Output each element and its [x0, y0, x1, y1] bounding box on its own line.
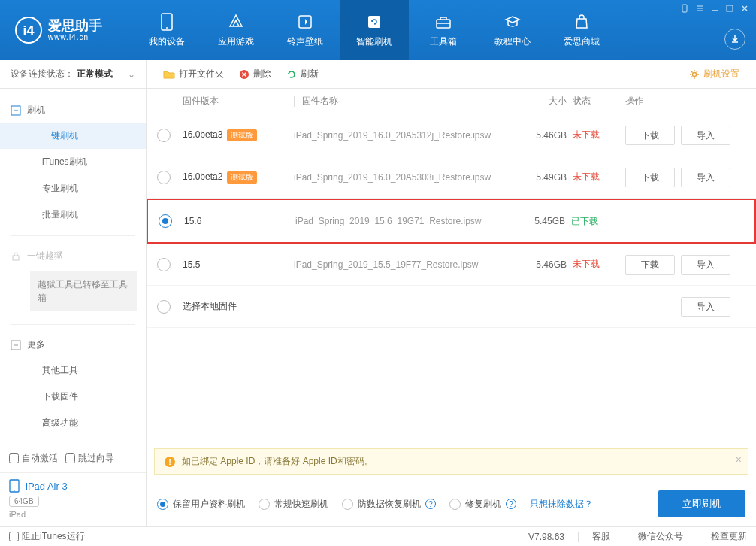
row-radio[interactable] [157, 129, 171, 142]
firmware-name: iPad_Spring_2019_16.0_20A5303i_Restore.i… [294, 172, 517, 183]
nav-store[interactable]: 爱思商城 [547, 0, 616, 60]
sidebar-item-advanced[interactable]: 高级功能 [0, 410, 146, 436]
import-button[interactable]: 导入 [681, 255, 730, 275]
logo[interactable]: i4 爱思助手 www.i4.cn [0, 17, 117, 44]
import-button[interactable]: 导入 [681, 297, 730, 317]
delete-button[interactable]: 删除 [233, 65, 277, 83]
svg-text:i4: i4 [23, 23, 34, 38]
sidebar-group-flash[interactable]: 刷机 [0, 98, 146, 123]
customer-service-link[interactable]: 客服 [592, 530, 610, 543]
version-text: 16.0beta2 [183, 171, 222, 182]
main-panel: 打开文件夹 删除 刷新 刷机设置 固件版本 固件名称 大小 状态 操作 16.0… [147, 60, 756, 526]
sidebar-item-pro[interactable]: 专业刷机 [0, 175, 146, 202]
app-header: i4 爱思助手 www.i4.cn 我的设备 应用游戏 铃声壁纸 智能刷机 工具… [0, 0, 756, 60]
opt-keep-data[interactable]: 保留用户资料刷机 [157, 498, 245, 511]
import-button[interactable]: 导入 [681, 168, 730, 187]
version-label: V7.98.63 [528, 532, 564, 542]
table-header: 固件版本 固件名称 大小 状态 操作 [147, 89, 756, 114]
svg-point-26 [693, 72, 697, 76]
minimize-button[interactable] [708, 3, 721, 14]
local-firmware-row[interactable]: 选择本地固件x导入 [147, 286, 756, 328]
download-status: 未下载 [573, 171, 600, 182]
beta-badge: 测试版 [227, 129, 257, 141]
status-footer: 阻止iTunes运行 V7.98.63 客服 微信公众号 检查更新 [0, 526, 756, 546]
flash-now-button[interactable]: 立即刷机 [658, 490, 745, 517]
svg-point-3 [166, 27, 168, 29]
download-button[interactable]: 下载 [625, 255, 675, 275]
refresh-icon [286, 69, 297, 80]
settings-button[interactable]: 刷机设置 [683, 65, 745, 83]
menu-button[interactable] [693, 3, 706, 14]
svg-rect-8 [682, 5, 687, 12]
device-info[interactable]: iPad Air 3 64GB iPad [0, 472, 146, 526]
skin-button[interactable] [724, 29, 745, 50]
help-icon[interactable]: ? [425, 499, 436, 509]
download-status: 已下载 [571, 216, 598, 226]
sidebar-item-batch[interactable]: 批量刷机 [0, 202, 146, 228]
version-text: 15.5 [183, 259, 200, 270]
nav-tutorials[interactable]: 教程中心 [478, 0, 547, 60]
beta-badge: 测试版 [227, 171, 257, 184]
maximize-button[interactable] [723, 3, 736, 14]
refresh-button[interactable]: 刷新 [280, 65, 325, 83]
firmware-row[interactable]: 15.6iPad_Spring_2019_15.6_19G71_Restore.… [147, 199, 756, 244]
block-itunes-checkbox[interactable]: 阻止iTunes运行 [9, 530, 85, 543]
local-label: 选择本地固件 [183, 301, 237, 311]
opt-normal[interactable]: 常规快速刷机 [259, 498, 328, 511]
version-text: 15.6 [184, 216, 201, 226]
phone-icon [159, 13, 174, 31]
nav-flash[interactable]: 智能刷机 [340, 0, 409, 60]
sidebar-group-more[interactable]: 更多 [0, 332, 146, 357]
nav-my-device[interactable]: 我的设备 [132, 0, 201, 60]
nav-ringtones[interactable]: 铃声壁纸 [271, 0, 340, 60]
firmware-row[interactable]: 15.5iPad_Spring_2019_15.5_19F77_Restore.… [147, 244, 756, 286]
svg-text:!: ! [168, 457, 171, 466]
row-radio[interactable] [159, 214, 172, 228]
close-button[interactable] [738, 3, 751, 14]
connection-status[interactable]: 设备连接状态：正常模式 ⌄ [0, 60, 146, 89]
check-update-link[interactable]: 检查更新 [711, 530, 747, 543]
opt-antidata[interactable]: 防数据恢复刷机? [342, 498, 436, 511]
sidebar: 设备连接状态：正常模式 ⌄ 刷机 一键刷机 iTunes刷机 专业刷机 批量刷机… [0, 60, 147, 526]
firmware-name: iPad_Spring_2019_15.6_19G71_Restore.ipsw [295, 216, 516, 226]
firmware-row[interactable]: 16.0beta3测试版iPad_Spring_2019_16.0_20A531… [147, 114, 756, 156]
toolbar: 打开文件夹 删除 刷新 刷机设置 [147, 60, 756, 89]
sidebar-group-jailbreak[interactable]: 一键越狱 [0, 244, 146, 268]
firmware-row[interactable]: 16.0beta2测试版iPad_Spring_2019_16.0_20A530… [147, 156, 756, 199]
bag-icon [573, 14, 590, 30]
help-icon[interactable]: ? [506, 499, 516, 509]
auto-activate-checkbox[interactable]: 自动激活 [9, 452, 58, 465]
jailbreak-note: 越狱工具已转移至工具箱 [30, 271, 137, 311]
lock-icon [11, 251, 21, 262]
toolbox-icon [434, 14, 452, 30]
download-button[interactable]: 下载 [625, 168, 675, 187]
row-radio[interactable] [157, 300, 171, 314]
download-icon [730, 34, 740, 44]
gear-icon [689, 69, 700, 80]
row-radio[interactable] [157, 258, 171, 271]
opt-repair[interactable]: 修复刷机? [449, 498, 516, 511]
alert-close-button[interactable]: × [736, 453, 742, 466]
download-button[interactable]: 下载 [625, 126, 675, 145]
erase-link[interactable]: 只想抹除数据？ [530, 498, 593, 511]
firmware-size: 5.46GB [517, 130, 573, 141]
svg-rect-13 [727, 5, 733, 11]
download-status: 未下载 [573, 259, 600, 269]
firmware-size: 5.46GB [517, 259, 573, 270]
svg-point-22 [14, 490, 15, 491]
open-folder-button[interactable]: 打开文件夹 [157, 65, 230, 83]
sidebar-item-download[interactable]: 下载固件 [0, 384, 146, 410]
phone-mode-button[interactable] [678, 3, 691, 14]
delete-icon [239, 69, 249, 80]
firmware-name: iPad_Spring_2019_16.0_20A5312j_Restore.i… [294, 130, 517, 141]
sidebar-item-other[interactable]: 其他工具 [0, 357, 146, 384]
sidebar-item-itunes[interactable]: iTunes刷机 [0, 149, 146, 175]
nav-tools[interactable]: 工具箱 [409, 0, 478, 60]
import-button[interactable]: 导入 [681, 126, 730, 145]
chevron-down-icon: ⌄ [128, 69, 135, 80]
nav-apps[interactable]: 应用游戏 [201, 0, 271, 60]
row-radio[interactable] [157, 171, 171, 184]
wechat-link[interactable]: 微信公众号 [638, 530, 683, 543]
sidebar-item-oneclick[interactable]: 一键刷机 [0, 123, 146, 149]
skip-guide-checkbox[interactable]: 跳过向导 [65, 452, 114, 465]
